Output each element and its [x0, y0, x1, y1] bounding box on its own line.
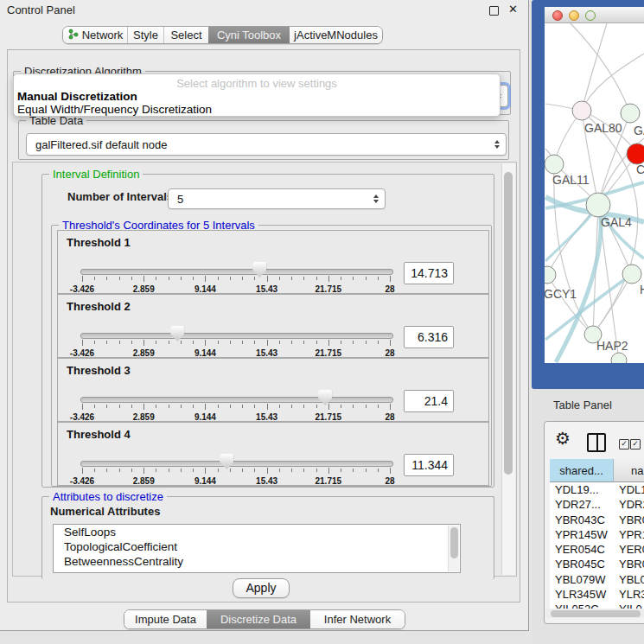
table-rows: YDL19...YDL1YDR27...YDR2YBR043CYBR0YPR14… — [550, 482, 644, 609]
table-row[interactable]: YPR145WYPR1 — [550, 527, 644, 542]
table-row[interactable]: YDR27...YDR2 — [550, 497, 644, 512]
control-panel-window: Control Panel ✕ NetworkStyleSelectCyni T… — [0, 0, 529, 631]
slider-thumb[interactable] — [252, 262, 266, 277]
tab-impute-data[interactable]: Impute Data — [124, 610, 207, 628]
close-traffic-light-icon[interactable] — [552, 10, 563, 21]
table-row[interactable]: YBR043CYBR0 — [550, 513, 644, 527]
float-window-icon[interactable] — [489, 6, 499, 16]
tab-label: Style — [133, 29, 158, 41]
window-title: Control Panel — [7, 3, 75, 16]
threshold-label: Threshold 4 — [67, 428, 131, 441]
table-row[interactable]: YBR045CYBR0 — [550, 557, 644, 571]
tab-infer-network[interactable]: Infer Network — [310, 610, 405, 628]
threshold-slider[interactable]: -3.4262.8599.14415.4321.71528 — [80, 262, 395, 295]
tick-label: 2.859 — [133, 284, 155, 294]
scrollbar-thumb[interactable] — [551, 610, 641, 617]
tab-network[interactable]: Network — [63, 27, 127, 43]
tab-style[interactable]: Style — [127, 27, 163, 43]
numerical-attributes-label: Numerical Attributes — [50, 505, 160, 518]
tick-label: 21.715 — [316, 284, 342, 294]
tab-cyni-toolbox[interactable]: Cyni Toolbox — [208, 27, 290, 43]
dropdown-option[interactable]: Equal Width/Frequency Discretization — [14, 103, 500, 116]
tab-label: Discretize Data — [220, 613, 296, 626]
table-row[interactable]: YBL079WYBL0 — [550, 572, 644, 587]
network-node[interactable] — [621, 104, 640, 123]
slider-thumb[interactable] — [170, 326, 184, 341]
threshold-value-field[interactable]: 6.316 — [404, 326, 454, 348]
table-cell: YDL1 — [614, 482, 644, 497]
network-node[interactable] — [611, 353, 627, 363]
threshold-panel: Threshold 3-3.4262.8599.14415.4321.71528… — [57, 358, 489, 422]
network-node[interactable] — [545, 266, 556, 284]
table-data-combobox[interactable]: galFiltered.sif default node — [26, 133, 507, 156]
table-cell: YBR045C — [550, 557, 614, 571]
table-row[interactable]: YDL19...YDL1 — [550, 482, 644, 497]
list-item[interactable]: SelfLoops — [54, 525, 460, 539]
numerical-attributes-list[interactable]: SelfLoopsTopologicalCoefficientBetweenne… — [53, 524, 461, 573]
threshold-value-field[interactable]: 11.344 — [404, 454, 454, 476]
table-column-header[interactable]: na — [614, 459, 644, 482]
tick-label: 15.43 — [256, 348, 277, 358]
network-window[interactable]: GAL80GACGAL11GAL4GCY1HHAP2 — [545, 7, 644, 363]
network-node[interactable] — [622, 265, 641, 284]
threshold-slider[interactable]: -3.4262.8599.14415.4321.71528 — [80, 390, 395, 423]
minimize-traffic-light-icon[interactable] — [569, 10, 579, 21]
gear-icon[interactable]: ⚙ — [555, 430, 571, 447]
tick-label: 15.43 — [256, 412, 277, 422]
apply-button[interactable]: Apply — [233, 578, 290, 598]
tab-discretize-data[interactable]: Discretize Data — [207, 610, 310, 628]
table-panel-title: Table Panel — [553, 399, 612, 411]
table-row[interactable]: YIL052CYIL0 — [550, 602, 644, 609]
network-canvas[interactable]: GAL80GACGAL11GAL4GCY1HHAP2 — [545, 23, 644, 363]
horizontal-scrollbar[interactable] — [545, 609, 644, 618]
threshold-value-field[interactable]: 21.4 — [404, 390, 454, 412]
tick-label: 28 — [385, 476, 394, 486]
close-icon[interactable]: ✕ — [508, 3, 518, 16]
combo-stepper-icon — [494, 140, 500, 149]
tick-label: 15.43 — [256, 284, 277, 294]
slider-thumb[interactable] — [220, 454, 233, 469]
tab-label: Impute Data — [135, 613, 196, 626]
tab-select[interactable]: Select — [163, 27, 208, 43]
list-item[interactable]: TopologicalCoefficient — [54, 539, 460, 554]
zoom-traffic-light-icon[interactable] — [585, 10, 596, 21]
number-of-intervals-label: Number of Intervals — [67, 190, 173, 203]
table-column-header[interactable]: shared... — [550, 459, 614, 482]
vertical-scrollbar[interactable] — [501, 163, 515, 575]
tab-label: Cyni Toolbox — [217, 29, 281, 41]
slider-thumb[interactable] — [318, 390, 332, 405]
table-data-value: galFiltered.sif default node — [35, 138, 167, 151]
list-item[interactable]: BetweennessCentrality — [54, 554, 460, 569]
threshold-value-field[interactable]: 14.713 — [404, 262, 454, 284]
control-panel-titlebar: Control Panel ✕ — [0, 0, 528, 21]
tick-label: -3.426 — [70, 284, 94, 294]
dropdown-option[interactable]: Manual Discretization — [14, 90, 500, 103]
tick-label: 9.144 — [194, 348, 216, 358]
table-cell: YDL19... — [550, 482, 614, 497]
network-graph[interactable]: GAL80GACGAL11GAL4GCY1HHAP2 — [545, 23, 644, 363]
network-node[interactable] — [627, 143, 644, 164]
threshold-label: Threshold 2 — [67, 300, 131, 313]
threshold-slider[interactable]: -3.4262.8599.14415.4321.71528 — [80, 326, 395, 359]
threshold-slider[interactable]: -3.4262.8599.14415.4321.71528 — [80, 454, 395, 487]
table-row[interactable]: YLR345WYLR3 — [550, 587, 644, 602]
column-layout-icon[interactable] — [587, 433, 606, 452]
network-node[interactable] — [586, 193, 610, 217]
tab-label: Select — [170, 29, 201, 41]
list-scrollbar[interactable] — [448, 526, 459, 571]
tab-jactivemnodules[interactable]: jActiveMNodules — [290, 27, 382, 43]
scrollbar-thumb[interactable] — [504, 172, 513, 475]
network-node[interactable] — [545, 155, 564, 174]
tab-label: Infer Network — [324, 613, 391, 626]
number-of-intervals-combobox[interactable]: 5 — [168, 188, 386, 209]
table-cell: YBR0 — [614, 557, 644, 571]
table-row[interactable]: YER054CYER0 — [550, 542, 644, 557]
threshold-label: Threshold 1 — [67, 236, 131, 249]
checkbox-icon[interactable]: ✓ — [619, 439, 629, 450]
tick-label: 28 — [385, 284, 394, 294]
network-edge — [547, 275, 593, 335]
network-node[interactable] — [572, 101, 591, 120]
table-cell: YER0 — [614, 542, 644, 557]
node-label: GAL4 — [601, 215, 632, 229]
checkbox-icon[interactable]: ✓ — [630, 439, 641, 450]
